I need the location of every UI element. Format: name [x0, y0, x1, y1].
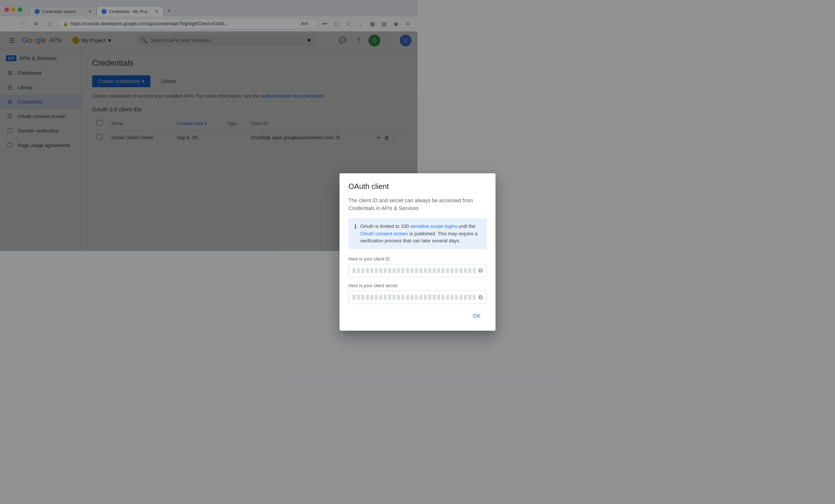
info-box-text: OAuth is limited to 100 sensitive scope …: [360, 223, 418, 245]
modal-overlay: OAuth client The client ID and secret ca…: [0, 0, 418, 252]
oauth-client-modal: OAuth client The client ID and secret ca…: [339, 173, 418, 252]
info-icon: ℹ: [354, 223, 357, 230]
sensitive-scope-link[interactable]: sensitive scope logins: [410, 223, 418, 229]
modal-title: OAuth client: [348, 182, 418, 191]
oauth-consent-link[interactable]: OAuth consent screen: [360, 231, 408, 236]
modal-info-box: ℹ OAuth is limited to 100 sensitive scop…: [348, 218, 418, 249]
info-text-before: OAuth is limited to 100: [360, 223, 409, 229]
modal-description: The client ID and secret can always be a…: [348, 197, 418, 212]
